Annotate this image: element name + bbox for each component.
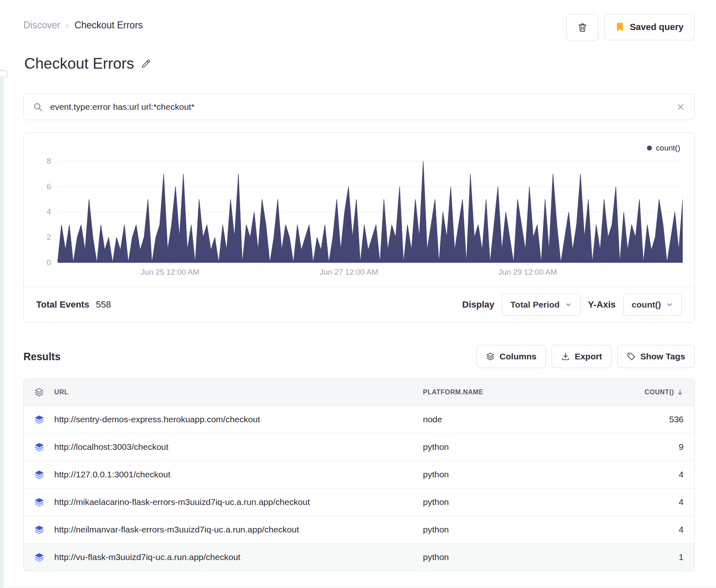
row-url[interactable]: http://sentry-demos-express.herokuapp.co… bbox=[54, 414, 423, 424]
saved-query-label: Saved query bbox=[630, 22, 684, 32]
layers-icon bbox=[34, 387, 44, 397]
layers-icon bbox=[34, 442, 44, 452]
column-header-url[interactable]: URL bbox=[54, 389, 423, 396]
trash-icon bbox=[577, 22, 588, 33]
legend-label: count() bbox=[656, 144, 680, 153]
topbar-actions: Saved query bbox=[566, 14, 695, 41]
row-url[interactable]: http://mikaelacarino-flask-errors-m3uuiz… bbox=[54, 497, 423, 507]
chart-x-axis: Jun 25 12:00 AMJun 27 12:00 AMJun 29 12:… bbox=[58, 263, 683, 281]
show-tags-label: Show Tags bbox=[640, 352, 685, 361]
pencil-icon bbox=[141, 58, 151, 69]
edit-title-button[interactable] bbox=[141, 58, 151, 69]
chevron-down-icon bbox=[565, 301, 572, 308]
layers-icon bbox=[34, 552, 44, 563]
row-url[interactable]: http://neilmanvar-flask-errors-m3uuizd7i… bbox=[54, 525, 423, 535]
chart-legend[interactable]: count() bbox=[34, 142, 683, 157]
x-axis-tick-label: Jun 25 12:00 AM bbox=[141, 268, 199, 277]
table-row[interactable]: http://vu-flask-m3uuizd7iq-uc.a.run.app/… bbox=[24, 544, 694, 571]
chart-inner: count() 02468 Jun 25 12:00 AMJun 27 12:0… bbox=[24, 133, 694, 283]
row-url[interactable]: http://vu-flask-m3uuizd7iq-uc.a.run.app/… bbox=[54, 552, 423, 562]
row-count: 9 bbox=[600, 442, 694, 452]
row-platform: python bbox=[423, 497, 600, 507]
breadcrumb-discover[interactable]: Discover bbox=[23, 20, 60, 31]
column-header-count[interactable]: COUNT() bbox=[600, 389, 694, 396]
chart-area: 02468 bbox=[58, 157, 683, 263]
row-url[interactable]: http://127.0.0.1:3001/checkout bbox=[54, 470, 423, 479]
breadcrumb-separator-icon: › bbox=[66, 21, 69, 30]
row-platform: node bbox=[423, 414, 600, 424]
chart-panel: count() 02468 Jun 25 12:00 AMJun 27 12:0… bbox=[23, 132, 695, 323]
columns-button[interactable]: Columns bbox=[476, 345, 546, 368]
show-tags-button[interactable]: Show Tags bbox=[617, 345, 695, 368]
yaxis-dropdown[interactable]: count() bbox=[623, 294, 682, 316]
yaxis-value: count() bbox=[632, 300, 661, 310]
delete-query-button[interactable] bbox=[566, 14, 598, 41]
display-label: Display bbox=[462, 299, 494, 310]
bookmark-icon bbox=[615, 22, 624, 32]
x-axis-tick bbox=[349, 263, 349, 266]
columns-label: Columns bbox=[499, 352, 536, 361]
row-platform: python bbox=[423, 525, 600, 535]
tag-icon bbox=[627, 352, 636, 361]
breadcrumb-current: Checkout Errors bbox=[74, 20, 143, 31]
yaxis-label: Y-Axis bbox=[588, 299, 616, 310]
x-axis-tick bbox=[527, 263, 528, 266]
footer-controls: Display Total Period Y-Axis count() bbox=[462, 294, 682, 316]
display-value: Total Period bbox=[510, 300, 560, 310]
layers-icon bbox=[34, 525, 44, 535]
search-icon bbox=[33, 102, 43, 112]
row-platform: python bbox=[423, 470, 600, 479]
row-count: 4 bbox=[600, 497, 694, 507]
results-table-body: http://sentry-demos-express.herokuapp.co… bbox=[24, 406, 694, 571]
results-actions: Columns Export Show Tags bbox=[476, 345, 695, 368]
row-count: 4 bbox=[600, 525, 694, 535]
layers-icon bbox=[34, 414, 44, 425]
chart-footer: Total Events 558 Display Total Period Y-… bbox=[24, 287, 694, 322]
x-axis-tick-label: Jun 27 12:00 AM bbox=[319, 268, 378, 277]
sort-desc-icon bbox=[677, 389, 684, 396]
layers-icon bbox=[34, 497, 44, 507]
sidebar-collapse-handle[interactable] bbox=[0, 71, 7, 77]
close-icon bbox=[676, 102, 685, 111]
legend-dot bbox=[647, 146, 652, 150]
y-axis-tick-label: 6 bbox=[35, 182, 51, 191]
x-axis-tick bbox=[170, 263, 170, 266]
row-count: 536 bbox=[600, 414, 694, 424]
chevron-down-icon bbox=[666, 301, 673, 308]
search-input[interactable] bbox=[49, 102, 670, 112]
results-header: Results Columns Export Show Tags bbox=[23, 345, 695, 368]
total-events-value: 558 bbox=[96, 299, 111, 310]
breadcrumb: Discover › Checkout Errors bbox=[23, 14, 143, 31]
search-bar bbox=[23, 94, 695, 120]
export-label: Export bbox=[575, 352, 602, 361]
results-heading: Results bbox=[23, 351, 60, 363]
clear-search-button[interactable] bbox=[676, 102, 685, 111]
table-row[interactable]: http://sentry-demos-express.herokuapp.co… bbox=[24, 406, 694, 433]
table-row[interactable]: http://localhost:3003/checkout python 9 bbox=[24, 433, 694, 461]
results-table: URL PLATFORM.NAME COUNT() http://sentry-… bbox=[23, 379, 695, 571]
row-platform: python bbox=[423, 552, 600, 562]
discover-page: Discover › Checkout Errors Saved query C… bbox=[4, 0, 716, 588]
columns-stack-icon bbox=[486, 352, 495, 361]
y-axis-tick-label: 2 bbox=[35, 233, 51, 242]
y-axis-tick-label: 0 bbox=[35, 258, 51, 267]
table-row[interactable]: http://127.0.0.1:3001/checkout python 4 bbox=[24, 461, 694, 488]
row-url[interactable]: http://localhost:3003/checkout bbox=[54, 442, 423, 452]
table-row[interactable]: http://mikaelacarino-flask-errors-m3uuiz… bbox=[24, 488, 694, 516]
total-events-label: Total Events bbox=[36, 299, 89, 310]
table-row[interactable]: http://neilmanvar-flask-errors-m3uuizd7i… bbox=[24, 516, 694, 544]
column-header-platform[interactable]: PLATFORM.NAME bbox=[423, 389, 600, 396]
layers-icon bbox=[34, 470, 44, 480]
row-count: 1 bbox=[600, 552, 694, 562]
page-title: Checkout Errors bbox=[24, 55, 134, 72]
row-platform: python bbox=[423, 442, 600, 452]
y-axis-tick-label: 4 bbox=[35, 207, 51, 216]
chart-svg bbox=[58, 157, 683, 263]
results-table-header: URL PLATFORM.NAME COUNT() bbox=[24, 379, 694, 406]
display-dropdown[interactable]: Total Period bbox=[502, 294, 581, 316]
y-axis-tick-label: 8 bbox=[35, 157, 51, 166]
export-button[interactable]: Export bbox=[552, 345, 612, 368]
saved-query-button[interactable]: Saved query bbox=[604, 14, 695, 40]
total-events: Total Events 558 bbox=[36, 299, 111, 310]
title-row: Checkout Errors bbox=[24, 55, 695, 72]
